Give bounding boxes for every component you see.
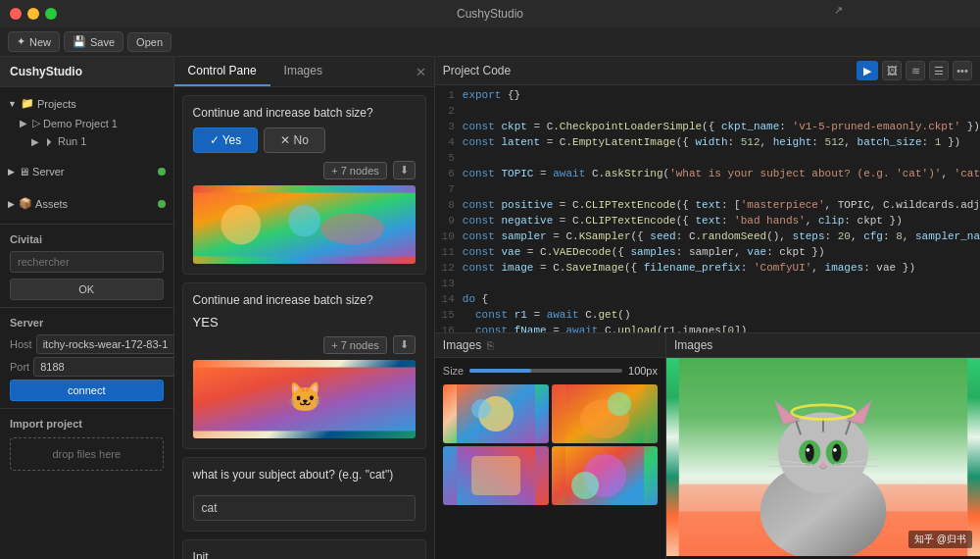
assets-section: ▶ 📦 Assets: [0, 187, 173, 220]
sidebar: CushyStudio ▼ 📁 Projects ▶ ▷ Demo Projec…: [0, 57, 174, 559]
save-icon: 💾: [73, 35, 86, 48]
projects-section: ▼ 📁 Projects ▶ ▷ Demo Project 1 ▶ ⏵ Run …: [0, 87, 173, 156]
svg-point-8: [471, 399, 491, 419]
yes-button[interactable]: ✓ Yes: [193, 127, 259, 153]
code-line: 5: [435, 152, 980, 168]
code-line: 13: [435, 278, 980, 293]
assets-section-header[interactable]: ▶ 📦 Assets: [0, 193, 173, 214]
host-input[interactable]: [36, 334, 174, 354]
chevron-right-icon: ▶: [8, 199, 15, 209]
server-icon: 🖥: [19, 166, 29, 178]
watermark: 知乎 @归书: [908, 531, 972, 548]
new-button[interactable]: ✦ New: [8, 31, 60, 52]
size-slider-fill: [469, 369, 530, 373]
code-line: 8 const positive = C.CLIPTextEncode({ te…: [435, 199, 980, 215]
assets-icon: 📦: [19, 197, 32, 210]
x-icon: ✕: [280, 133, 290, 147]
civitai-ok-button[interactable]: OK: [10, 279, 164, 300]
tab-images[interactable]: Images: [270, 57, 336, 86]
chevron-right-icon: ▶: [31, 136, 39, 147]
svg-rect-13: [471, 456, 520, 495]
run-code-button[interactable]: ▶: [857, 61, 878, 80]
server-section-header[interactable]: ▶ 🖥 Server: [0, 162, 173, 181]
tab-control-pane[interactable]: Control Pane: [174, 57, 270, 86]
host-label: Host: [10, 338, 32, 350]
text-icon[interactable]: ≋: [906, 61, 925, 80]
chevron-right-icon: ▶: [20, 118, 27, 128]
list-icon[interactable]: ☰: [929, 61, 949, 80]
code-line: 10 const sampler = C.KSampler({ seed: C.…: [435, 230, 980, 246]
chevron-down-icon: ▼: [8, 99, 17, 109]
connect-button[interactable]: connect: [10, 380, 164, 401]
image-icon[interactable]: 🖼: [882, 61, 902, 80]
svg-point-30: [807, 448, 810, 452]
sidebar-header: CushyStudio: [0, 57, 173, 87]
download-button-1[interactable]: ⬇: [393, 161, 416, 179]
nodes-bar-1: + 7 nodes ⬇: [193, 161, 416, 179]
minimize-button[interactable]: [27, 8, 39, 20]
code-line: 1 export {}: [435, 89, 980, 105]
copy-icon: ⎘: [487, 339, 494, 351]
sidebar-item-demo-project[interactable]: ▶ ▷ Demo Project 1: [0, 114, 173, 132]
server-config-section: Server Host 🔒 Port connect: [0, 307, 173, 404]
projects-section-header[interactable]: ▼ 📁 Projects: [0, 93, 173, 114]
subject-input[interactable]: [193, 495, 416, 521]
code-editor[interactable]: 1 export {} 2 3 const ckpt = C.Checkpoin…: [435, 85, 980, 332]
nodes-badge-2: + 7 nodes: [323, 336, 387, 354]
chevron-right-icon: ▶: [8, 167, 15, 177]
port-input[interactable]: [33, 357, 173, 377]
code-section-title: Project Code: [443, 64, 511, 77]
folder-icon: 📁: [21, 97, 34, 110]
drop-zone[interactable]: drop files here: [10, 437, 164, 471]
card2-title: Continue and increase batch size?: [193, 293, 416, 307]
code-line: 14 do {: [435, 293, 980, 309]
thumbnail-2[interactable]: [552, 384, 658, 443]
civitai-section: Civitai OK: [0, 224, 173, 303]
play-icon: ▷: [32, 117, 40, 129]
civitai-search-input[interactable]: [10, 251, 164, 273]
server-config-label: Server: [0, 312, 173, 331]
image-preview-1: [193, 185, 416, 264]
svg-point-11: [608, 392, 631, 416]
right-panel: Project Code ▶ 🖼 ≋ ☰ ••• 1 export {} 2: [435, 57, 980, 559]
more-icon[interactable]: •••: [953, 61, 972, 80]
import-label: Import project: [0, 413, 173, 432]
checkmark-icon: ✓: [210, 133, 220, 147]
thumbnail-1[interactable]: [443, 384, 549, 443]
svg-text:🐱: 🐱: [286, 380, 322, 415]
run-icon: ⏵: [44, 135, 55, 147]
images-left-panel: Images ⎘ Size 100px: [435, 333, 666, 559]
images-left-header: Images ⎘: [435, 333, 665, 358]
cursor-indicator: ↗: [834, 4, 843, 17]
open-button[interactable]: Open: [127, 32, 172, 52]
download-button-2[interactable]: ⬇: [393, 335, 416, 354]
size-control: Size 100px: [439, 362, 662, 380]
tab-close-button[interactable]: ✕: [416, 65, 426, 79]
import-section: Import project drop files here: [0, 408, 173, 476]
thumbnail-4[interactable]: [552, 446, 658, 505]
save-button[interactable]: 💾 Save: [64, 31, 123, 52]
subject-card: what is your subject about? (e.g. "cat"): [182, 457, 426, 532]
size-slider[interactable]: [469, 369, 622, 373]
svg-point-16: [571, 472, 599, 499]
code-line: 7: [435, 183, 980, 199]
thumbnail-3[interactable]: [443, 446, 549, 505]
large-cat-image: 知乎 @归书: [666, 358, 980, 556]
preview-svg-2: 🐱: [193, 360, 416, 438]
center-tabs: Control Pane Images ✕: [174, 57, 434, 87]
size-label: Size: [443, 365, 464, 377]
card4-title: Init: [193, 550, 416, 559]
large-image-panel: Images: [666, 333, 980, 559]
svg-point-31: [833, 448, 837, 452]
window-controls: [10, 8, 57, 20]
maximize-button[interactable]: [45, 8, 57, 20]
civitai-label: Civitai: [0, 229, 173, 248]
code-line: 6 const TOPIC = await C.askString('what …: [435, 168, 980, 183]
code-line: 3 const ckpt = C.CheckpointLoaderSimple(…: [435, 121, 980, 136]
nodes-bar-2: + 7 nodes ⬇: [193, 335, 416, 354]
sidebar-item-run1[interactable]: ▶ ⏵ Run 1: [0, 132, 173, 150]
close-button[interactable]: [10, 8, 22, 20]
center-content: Continue and increase batch size? ✓ Yes …: [174, 87, 434, 559]
no-button[interactable]: ✕ No: [264, 127, 325, 153]
window-title: CushyStudio: [457, 7, 523, 21]
